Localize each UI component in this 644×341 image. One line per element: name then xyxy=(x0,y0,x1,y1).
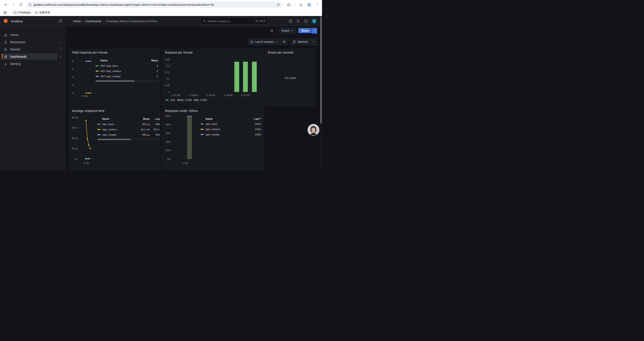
svg-text:0.15: 0.15 xyxy=(165,71,170,74)
reload-button[interactable] xyxy=(17,1,24,8)
site-settings-icon[interactable] xyxy=(28,3,32,6)
downloads-icon[interactable] xyxy=(297,1,304,8)
url-text[interactable]: grafana.mathmast.com/d/deytv4rwavabkb/fr… xyxy=(34,3,277,6)
folder-icon xyxy=(35,11,38,14)
series-color-chip[interactable] xyxy=(96,76,99,77)
panel-title[interactable]: Total requests per minute xyxy=(69,49,160,54)
svg-text:0.05: 0.05 xyxy=(165,84,170,87)
scrollbar-thumb[interactable] xyxy=(320,17,322,124)
brand-title: Grafana xyxy=(11,19,23,23)
legend-header-name[interactable]: Name xyxy=(102,117,136,121)
page-scrollbar[interactable] xyxy=(320,16,322,171)
breadcrumb-dashboards[interactable]: Dashboards xyxy=(85,20,101,23)
search-shortcut: ⌘+k xyxy=(255,19,266,23)
chevron-down-icon[interactable] xyxy=(58,41,63,44)
legend-scrollbar[interactable] xyxy=(95,80,158,82)
bookmark-star-icon[interactable] xyxy=(277,3,280,6)
bookmark-folder-freeleaps[interactable]: Freeleaps xyxy=(12,10,33,15)
panel-request-per-minute: Request per minute 0.250.20.150.10.05017… xyxy=(162,49,264,106)
breadcrumb-home[interactable]: Home xyxy=(73,20,81,23)
forward-button[interactable] xyxy=(10,1,17,8)
panel-average-response-time: Average response time 80 ms60 ms40 ms20 … xyxy=(69,107,160,171)
url-bar[interactable]: grafana.mathmast.com/d/deytv4rwavabkb/fr… xyxy=(26,2,282,8)
panel-title[interactable]: Request per minute xyxy=(162,49,264,54)
panel-title[interactable]: Errors per second xyxy=(265,49,316,54)
series-color-chip[interactable] xyxy=(166,100,168,101)
search-placeholder: Search or jump to... xyxy=(207,20,255,23)
bar-chart[interactable]: 0.250.20.150.10.05017:37:0017:38:0017:39… xyxy=(164,55,262,98)
series-color-chip[interactable] xyxy=(200,129,204,130)
bookmark-folder-blogs[interactable]: 收藏博客 xyxy=(33,10,52,15)
chevron-down-icon[interactable] xyxy=(58,48,63,51)
zoom-out-button[interactable] xyxy=(280,39,288,45)
search-input[interactable]: Search or jump to... ⌘+k xyxy=(201,18,268,24)
favorite-star-icon[interactable] xyxy=(270,29,274,33)
svg-text:17:40: 17:40 xyxy=(82,95,88,97)
chevron-down-icon xyxy=(291,30,294,32)
folder-icon xyxy=(14,11,17,14)
svg-text:17:40: 17:40 xyxy=(182,162,188,165)
svg-text:80 ms: 80 ms xyxy=(72,116,78,119)
share-button[interactable]: Share xyxy=(298,28,312,34)
timeseries-chart[interactable]: 6543217:40 xyxy=(71,55,94,99)
apps-grid-icon[interactable] xyxy=(2,10,8,15)
legend-row: /api/_/metrics 40.1 ms 20.5 r xyxy=(97,127,158,132)
refresh-interval-chevron[interactable] xyxy=(310,39,317,45)
svg-text:3: 3 xyxy=(72,84,74,86)
series-color-chip[interactable] xyxy=(96,65,99,66)
svg-text:20 ms: 20 ms xyxy=(72,147,78,150)
svg-text:4: 4 xyxy=(72,76,74,78)
assistant-avatar-widget[interactable] xyxy=(308,124,319,136)
bar-chart[interactable]: 100%80%60%40%20%0%17:40 xyxy=(164,113,197,166)
chevron-down-icon[interactable] xyxy=(58,63,63,65)
series-color-chip[interactable] xyxy=(97,134,100,135)
user-avatar[interactable] xyxy=(312,19,317,24)
export-button[interactable]: Export xyxy=(279,28,296,34)
profile-icon[interactable] xyxy=(305,1,313,8)
svg-text:17:37:00: 17:37:00 xyxy=(171,94,180,97)
series-color-chip[interactable] xyxy=(97,129,100,130)
toolbar-divider xyxy=(294,3,295,7)
series-color-chip[interactable] xyxy=(97,124,100,125)
sidebar-item-home[interactable]: Home xyxy=(2,32,63,38)
legend-scrollbar[interactable] xyxy=(97,138,158,140)
dock-sidebar-icon[interactable] xyxy=(59,19,62,24)
legend-header-last[interactable]: Las xyxy=(150,117,160,121)
extensions-icon[interactable] xyxy=(285,1,292,8)
sidebar-nav: Home Bookmarks Starred xyxy=(0,26,66,171)
no-data-message: No data xyxy=(265,54,316,101)
legend-header-name[interactable]: Name xyxy=(100,59,145,62)
grafana-logo[interactable] xyxy=(3,18,9,24)
legend-header-last[interactable]: Last * xyxy=(248,117,261,121)
news-rss-icon[interactable] xyxy=(296,19,300,23)
panel-total-requests: Total requests per minute 6543217:40 Nam… xyxy=(69,49,160,106)
sidebar-item-starred[interactable]: Starred xyxy=(2,46,63,53)
series-color-chip[interactable] xyxy=(200,124,204,124)
time-range-picker[interactable]: Last 5 minutes xyxy=(248,39,280,45)
legend-row: /api/_/livez 661 µs 646 xyxy=(97,121,158,127)
legend-series-name[interactable]: 2xx xyxy=(171,99,175,102)
kiosk-monitor-icon[interactable] xyxy=(304,19,308,23)
panel-title[interactable]: Requests under 100ms xyxy=(162,108,264,113)
sidebar-item-dashboards[interactable]: Dashboards xyxy=(2,53,63,60)
sidebar-item-bookmarks[interactable]: Bookmarks xyxy=(2,39,63,46)
bell-icon xyxy=(4,62,8,66)
share-menu-chevron[interactable] xyxy=(312,28,317,34)
browser-menu-icon[interactable] xyxy=(314,1,321,8)
legend-header-name[interactable]: Name xyxy=(206,117,248,121)
sidebar-item-alerting[interactable]: Alerting xyxy=(2,61,63,67)
legend-header-mean[interactable]: Mean xyxy=(136,117,150,121)
legend-row: /api/_/metrics 100% xyxy=(200,127,262,132)
panel-title[interactable]: Average response time xyxy=(69,108,160,113)
refresh-button[interactable]: Refresh xyxy=(290,39,310,45)
legend-header-mean[interactable]: Mean xyxy=(145,59,158,62)
timeseries-chart[interactable]: 80 ms60 ms40 ms20 ms0 s17:40 xyxy=(71,113,96,166)
legend-mean-value: Mean: 0.233 xyxy=(177,99,192,102)
help-icon[interactable] xyxy=(288,19,293,23)
series-color-chip[interactable] xyxy=(200,134,204,135)
chevron-down-icon[interactable] xyxy=(58,55,63,58)
svg-text:60%: 60% xyxy=(166,132,170,135)
back-button[interactable] xyxy=(2,1,10,8)
series-color-chip[interactable] xyxy=(96,71,99,72)
breadcrumb-separator: › xyxy=(103,20,104,23)
